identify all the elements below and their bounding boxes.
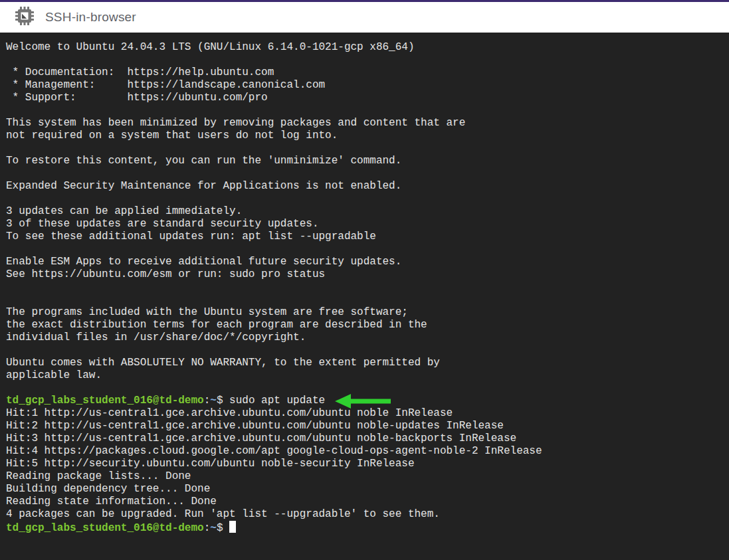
prompt-line-current: td_gcp_labs_student_016@td-demo:~$	[6, 521, 725, 533]
terminal-line: The programs included with the Ubuntu sy…	[6, 306, 725, 319]
terminal-line: This system has been minimized by removi…	[6, 117, 725, 130]
terminal-line: applicable law.	[6, 369, 725, 382]
terminal-line: Hit:2 http://us-central1.gce.archive.ubu…	[6, 420, 725, 432]
terminal-line: * Documentation: https://help.ubuntu.com	[6, 66, 725, 79]
terminal-line: * Management: https://landscape.canonica…	[6, 79, 725, 92]
terminal[interactable]: Welcome to Ubuntu 24.04.3 LTS (GNU/Linux…	[0, 33, 729, 560]
terminal-line	[6, 167, 725, 180]
terminal-line: Hit:4 https://packages.cloud.google.com/…	[6, 445, 725, 458]
terminal-line: Welcome to Ubuntu 24.04.3 LTS (GNU/Linux…	[6, 41, 725, 54]
terminal-line	[6, 294, 725, 306]
app-title: SSH-in-browser	[45, 10, 136, 25]
terminal-line: Hit:3 http://us-central1.gce.archive.ubu…	[6, 432, 725, 445]
terminal-line: Enable ESM Apps to receive additional fu…	[6, 256, 725, 268]
prompt-line-command: td_gcp_labs_student_016@td-demo:~$ sudo …	[6, 395, 725, 407]
terminal-line: not required on a system that users do n…	[6, 130, 725, 142]
terminal-line	[6, 54, 725, 66]
ssh-in-browser-window: SSH-in-browser Welcome to Ubuntu 24.04.3…	[0, 0, 729, 560]
terminal-line: 3 updates can be applied immediately.	[6, 205, 725, 218]
cpu-chip-icon	[13, 5, 36, 30]
terminal-line: 3 of these updates are standard security…	[6, 218, 725, 231]
terminal-line: 4 packages can be upgraded. Run 'apt lis…	[6, 508, 725, 521]
terminal-line: Reading state information... Done	[6, 496, 725, 508]
terminal-cursor	[229, 521, 236, 533]
terminal-line	[6, 142, 725, 155]
terminal-line: individual files in /usr/share/doc/*/cop…	[6, 331, 725, 344]
terminal-line: Ubuntu comes with ABSOLUTELY NO WARRANTY…	[6, 357, 725, 369]
terminal-output: Welcome to Ubuntu 24.04.3 LTS (GNU/Linux…	[6, 41, 725, 533]
terminal-line: To restore this content, you can run the…	[6, 155, 725, 167]
terminal-line: * Support: https://ubuntu.com/pro	[6, 92, 725, 104]
app-header: SSH-in-browser	[0, 2, 729, 33]
terminal-line	[6, 104, 725, 117]
terminal-line	[6, 344, 725, 357]
terminal-line	[6, 193, 725, 205]
terminal-line: Hit:1 http://us-central1.gce.archive.ubu…	[6, 407, 725, 420]
terminal-line: To see these additional updates run: apt…	[6, 231, 725, 243]
terminal-line	[6, 281, 725, 294]
terminal-line: Hit:5 http://security.ubuntu.com/ubuntu …	[6, 458, 725, 470]
terminal-line: the exact distribution terms for each pr…	[6, 319, 725, 331]
terminal-line: Reading package lists... Done	[6, 470, 725, 483]
terminal-line: Expanded Security Maintenance for Applic…	[6, 180, 725, 193]
terminal-line: Building dependency tree... Done	[6, 483, 725, 496]
terminal-line: See https://ubuntu.com/esm or run: sudo …	[6, 268, 725, 281]
terminal-line	[6, 243, 725, 256]
